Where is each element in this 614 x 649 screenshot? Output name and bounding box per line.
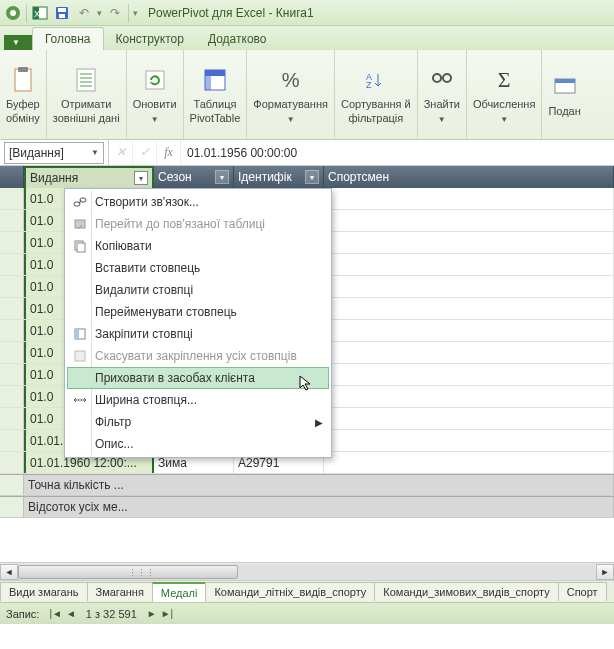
menu-item[interactable]: Ширина стовпця... <box>67 389 329 411</box>
scroll-left-icon[interactable]: ◄ <box>0 564 18 580</box>
formula-bar: [Видання] ▼ ✕ ✓ fx 01.01.1956 00:00:00 <box>0 140 614 166</box>
scroll-right-icon[interactable]: ► <box>596 564 614 580</box>
format-icon: % <box>275 64 307 96</box>
confirm-btn[interactable]: ✓ <box>133 140 157 165</box>
clipboard-icon <box>7 64 39 96</box>
sheet-tab[interactable]: Змагання <box>87 582 153 601</box>
sheet-tab[interactable]: Види змагань <box>0 582 88 601</box>
svg-rect-20 <box>555 79 575 83</box>
nav-icon <box>71 215 89 233</box>
scroll-thumb[interactable]: ⋮⋮⋮ <box>18 565 238 579</box>
context-menu: Створити зв'язок...Перейти до пов'язаної… <box>64 188 332 458</box>
menu-item[interactable]: Фільтр▶ <box>67 411 329 433</box>
summary-row: Відсоток усіх ме... <box>0 496 614 518</box>
submenu-arrow-icon: ▶ <box>315 417 323 428</box>
save-icon[interactable] <box>53 4 71 22</box>
undo-icon[interactable]: ↶ <box>75 4 93 22</box>
redo-icon[interactable]: ↷ <box>106 4 124 22</box>
nav-last-icon[interactable]: ►| <box>161 608 174 619</box>
record-nav[interactable]: |◄ ◄ <box>49 608 75 619</box>
menu-item[interactable]: Перейменувати стовпець <box>67 301 329 323</box>
calc-icon: Σ <box>488 64 520 96</box>
group-get-data[interactable]: Отримати зовнішні дані <box>47 50 127 139</box>
group-find[interactable]: Знайти▼ <box>418 50 467 139</box>
group-pivot[interactable]: Таблиця PivotTable <box>184 50 248 139</box>
menu-item[interactable]: Вставити стовпець <box>67 257 329 279</box>
menu-item[interactable]: Опис... <box>67 433 329 455</box>
ribbon-tabs: ▼ Головна Конструктор Додатково <box>0 26 614 50</box>
find-icon <box>426 64 458 96</box>
svg-rect-25 <box>77 243 85 252</box>
link-icon <box>71 193 89 211</box>
group-clipboard[interactable]: Буфер обміну <box>0 50 47 139</box>
get-data-icon <box>70 64 102 96</box>
sheet-tab[interactable]: Медалі <box>152 582 207 602</box>
formula-text[interactable]: 01.01.1956 00:00:00 <box>181 146 297 160</box>
copy-icon <box>71 237 89 255</box>
refresh-icon <box>139 64 171 96</box>
app-icon <box>4 4 22 22</box>
menu-item[interactable]: Копіювати <box>67 235 329 257</box>
menu-item[interactable]: Створити зв'язок... <box>67 191 329 213</box>
svg-point-17 <box>433 74 441 82</box>
svg-text:X: X <box>34 9 40 19</box>
column-header[interactable]: Видання▾ <box>24 166 154 188</box>
window-title: PowerPivot для Excel - Книга1 <box>148 6 314 20</box>
fx-btn[interactable]: fx <box>157 140 181 165</box>
unfreeze-icon <box>71 347 89 365</box>
tab-advanced[interactable]: Додатково <box>196 28 279 50</box>
pivot-icon <box>199 64 231 96</box>
record-nav[interactable]: ► ►| <box>147 608 173 619</box>
filter-icon[interactable]: ▾ <box>305 170 319 184</box>
filter-icon[interactable]: ▾ <box>134 171 148 185</box>
freeze-icon <box>71 325 89 343</box>
svg-point-18 <box>443 74 451 82</box>
sheet-tabs: Види змаганьЗмаганняМедаліКоманди_літніх… <box>0 580 614 602</box>
ribbon-body: Буфер обміну Отримати зовнішні дані Онов… <box>0 50 614 140</box>
svg-rect-14 <box>205 70 211 90</box>
name-box[interactable]: [Видання] ▼ <box>4 142 104 164</box>
menu-item[interactable]: Приховати в засобах клієнта <box>67 367 329 389</box>
file-tab[interactable]: ▼ <box>4 35 32 50</box>
column-header[interactable]: Сезон▾ <box>154 166 234 188</box>
grid-header: Видання▾ Сезон▾ Ідентифік▾ Спортсмен <box>0 166 614 188</box>
excel-icon[interactable]: X <box>31 4 49 22</box>
svg-rect-8 <box>15 69 31 91</box>
svg-rect-9 <box>18 67 28 72</box>
qat-customize-icon[interactable]: ▾ <box>133 8 138 18</box>
tab-design[interactable]: Конструктор <box>104 28 196 50</box>
summary-row: Точна кількість ... <box>0 474 614 496</box>
menu-item[interactable]: Видалити стовпці <box>67 279 329 301</box>
group-refresh[interactable]: Оновити▼ <box>127 50 184 139</box>
sort-icon: AZ <box>360 64 392 96</box>
nav-next-icon[interactable]: ► <box>147 608 157 619</box>
sheet-tab[interactable]: Команди_літніх_видів_спорту <box>205 582 375 601</box>
horizontal-scrollbar[interactable]: ◄ ⋮⋮⋮ ► <box>0 562 614 580</box>
cancel-btn[interactable]: ✕ <box>109 140 133 165</box>
name-box-dropdown-icon[interactable]: ▼ <box>91 148 99 157</box>
sheet-tab[interactable]: Команди_зимових_видів_спорту <box>374 582 558 601</box>
sheet-tab[interactable]: Спорт <box>558 582 607 601</box>
group-format[interactable]: % Форматування▼ <box>247 50 335 139</box>
width-icon <box>71 391 89 409</box>
tab-home[interactable]: Головна <box>32 27 104 50</box>
group-sort[interactable]: AZ Сортування й фільтрація <box>335 50 418 139</box>
menu-item[interactable]: Закріпити стовпці <box>67 323 329 345</box>
menu-item: Перейти до пов'язаної таблиці <box>67 213 329 235</box>
group-calc[interactable]: Σ Обчислення▼ <box>467 50 543 139</box>
column-header[interactable]: Спортсмен <box>324 166 614 188</box>
nav-first-icon[interactable]: |◄ <box>49 608 62 619</box>
svg-rect-28 <box>75 351 85 361</box>
column-header[interactable]: Ідентифік▾ <box>234 166 324 188</box>
nav-prev-icon[interactable]: ◄ <box>66 608 76 619</box>
menu-item: Скасувати закріплення усіх стовпців <box>67 345 329 367</box>
status-bar: Запис: |◄ ◄ 1 з 32 591 ► ►| <box>0 602 614 624</box>
view-icon <box>549 71 581 103</box>
group-view[interactable]: Подан <box>542 50 586 139</box>
record-position: 1 з 32 591 <box>86 608 137 620</box>
svg-rect-6 <box>58 8 66 12</box>
svg-rect-11 <box>146 71 164 89</box>
undo-split-icon[interactable]: ▾ <box>97 8 102 18</box>
title-bar: X ↶ ▾ ↷ ▾ PowerPivot для Excel - Книга1 <box>0 0 614 26</box>
filter-icon[interactable]: ▾ <box>215 170 229 184</box>
